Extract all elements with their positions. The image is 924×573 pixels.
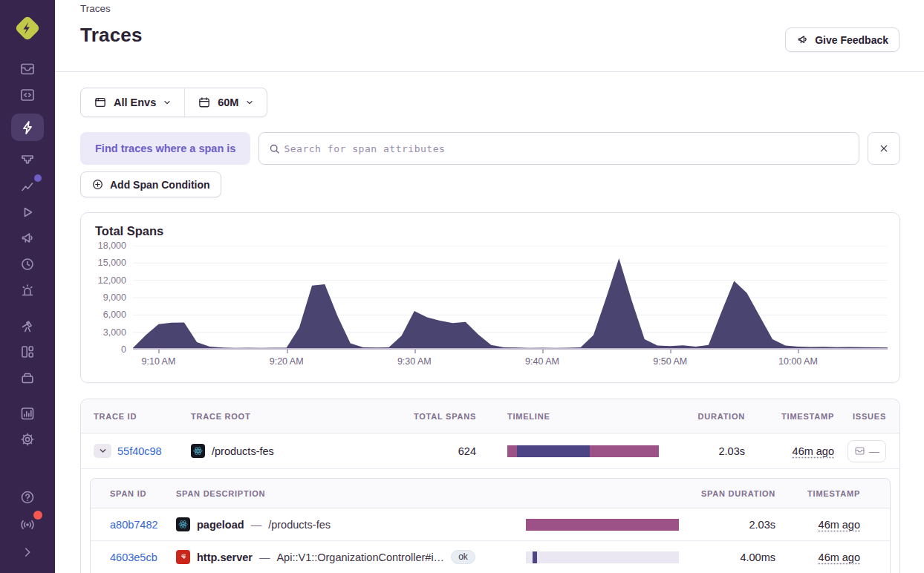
chart-x-tick-label: 9:10 AM <box>142 356 176 367</box>
sidebar-item-releases[interactable] <box>14 365 41 390</box>
page-title: Traces <box>80 24 900 47</box>
issues-icon <box>19 61 36 77</box>
column-header-span-duration: SPAN DURATION <box>691 489 780 498</box>
trace-expanded-region: SPAN ID SPAN DESCRIPTION SPAN DURATION T… <box>81 469 899 573</box>
ruby-platform-icon <box>176 550 190 564</box>
react-platform-icon <box>191 444 205 458</box>
react-platform-icon <box>176 517 190 531</box>
trace-id-link[interactable]: 55f40c98 <box>117 445 162 457</box>
play-icon <box>19 204 36 220</box>
sidebar-item-insights[interactable] <box>14 174 41 198</box>
timeline-segment <box>517 445 590 457</box>
span-duration-bar <box>526 519 679 531</box>
chevron-down-icon <box>163 98 172 107</box>
sidebar-item-stats[interactable] <box>14 401 41 425</box>
span-id-link[interactable]: a80b7482 <box>110 519 158 531</box>
column-header-duration: DURATION <box>680 412 748 421</box>
area-series <box>133 246 888 350</box>
chart-x-tick <box>798 350 799 353</box>
sidebar-item-help[interactable] <box>14 485 41 509</box>
chevron-down-icon <box>98 446 108 456</box>
column-header-issues: ISSUES <box>836 412 899 421</box>
spans-table-header: SPAN ID SPAN DESCRIPTION SPAN DURATION T… <box>91 479 890 508</box>
sidebar-item-replays[interactable] <box>14 200 41 224</box>
trace-root-cell: /products-fes <box>191 444 390 458</box>
sidebar-item-whats-new[interactable] <box>14 512 41 537</box>
help-icon <box>19 489 36 505</box>
chart-y-tick-label: 6,000 <box>103 310 126 320</box>
total-spans-chart: Total Spans 03,0006,0009,00012,00015,000… <box>80 212 900 383</box>
content: All Envs 60M Find traces whe <box>55 72 924 573</box>
sidebar-item-alerts[interactable] <box>14 278 41 302</box>
sidebar-item-dashboards[interactable] <box>14 339 41 364</box>
chart-x-tick <box>542 350 544 353</box>
breadcrumb[interactable]: Traces <box>80 3 900 14</box>
trace-duration: 2.03s <box>680 445 748 457</box>
sidebar-item-settings[interactable] <box>14 427 41 451</box>
chart-y-axis: 03,0006,0009,00012,00015,00018,000 <box>93 246 133 350</box>
gear-icon <box>19 431 36 448</box>
span-timestamp-link[interactable]: 46m ago <box>819 519 860 531</box>
page-filter-bar: All Envs 60M <box>80 88 267 117</box>
traces-table: TRACE ID TRACE ROOT TOTAL SPANS TIMELINE… <box>80 399 900 573</box>
chart-y-tick-label: 3,000 <box>103 327 126 338</box>
collapse-trace-button[interactable] <box>94 444 111 458</box>
sidebar-item-crons[interactable] <box>14 252 41 276</box>
time-range-value: 60M <box>218 96 238 108</box>
chart-x-tick <box>670 350 671 353</box>
span-search-box[interactable] <box>258 132 859 165</box>
span-id-link[interactable]: 4603e5cb <box>110 551 157 563</box>
sidebar-item-projects[interactable] <box>14 82 41 107</box>
search-builder-label: Find traces where a span is <box>80 132 250 165</box>
trace-root-label: /products-fes <box>212 445 274 457</box>
column-header-total-spans: TOTAL SPANS <box>390 412 479 421</box>
siren-icon <box>19 282 36 298</box>
clear-search-button[interactable] <box>868 132 900 165</box>
profiling-icon <box>19 152 36 168</box>
sidebar-collapse-button[interactable] <box>14 540 41 564</box>
chart-y-tick-label: 15,000 <box>98 258 126 268</box>
span-op: pageload <box>197 519 244 531</box>
app-root: Traces Traces Give Feedback All Envs <box>0 0 924 573</box>
notification-dot <box>34 174 42 182</box>
main-content: Traces Traces Give Feedback All Envs <box>55 0 924 573</box>
traces-table-header: TRACE ID TRACE ROOT TOTAL SPANS TIMELINE… <box>81 399 899 433</box>
trace-row[interactable]: 55f40c98 /products-fes <box>81 433 899 469</box>
clock-icon <box>19 256 36 272</box>
environment-selector[interactable]: All Envs <box>81 88 184 117</box>
trace-timestamp-link[interactable]: 46m ago <box>793 445 834 457</box>
chart-x-tick <box>158 350 160 353</box>
org-logo[interactable] <box>12 13 43 44</box>
column-header-timeline: TIMELINE <box>479 412 680 421</box>
sidebar-item-feedback[interactable] <box>14 226 41 250</box>
span-row[interactable]: a80b7482 page <box>91 508 890 541</box>
timeline-segment <box>507 445 517 457</box>
give-feedback-button[interactable]: Give Feedback <box>785 27 899 52</box>
chart-y-tick-label: 9,000 <box>103 292 126 303</box>
chevron-right-icon <box>20 545 35 560</box>
calendar-icon <box>198 96 211 109</box>
sidebar-item-issues[interactable] <box>14 56 41 81</box>
sidebar-item-profiling[interactable] <box>14 148 41 172</box>
sidebar-item-explore[interactable] <box>11 114 44 141</box>
environment-value: All Envs <box>114 96 156 108</box>
add-span-condition-label: Add Span Condition <box>110 179 210 191</box>
spans-table: SPAN ID SPAN DESCRIPTION SPAN DURATION T… <box>90 478 891 573</box>
chevron-down-icon <box>245 98 254 107</box>
total-spans-value: 624 <box>390 445 479 457</box>
sidebar-item-discover[interactable] <box>14 313 41 338</box>
give-feedback-label: Give Feedback <box>815 34 888 46</box>
time-range-selector[interactable]: 60M <box>184 88 267 117</box>
span-timestamp-link[interactable]: 46m ago <box>819 551 860 563</box>
sidebar <box>0 0 55 573</box>
trace-issues-button[interactable]: — <box>847 440 886 462</box>
chart-x-tick-label: 9:40 AM <box>525 356 559 367</box>
column-header-trace-id: TRACE ID <box>81 412 191 421</box>
broadcast-icon <box>19 517 36 533</box>
close-icon <box>878 143 890 154</box>
span-search-input[interactable] <box>284 143 850 154</box>
add-span-condition-button[interactable]: Add Span Condition <box>80 171 221 197</box>
span-row[interactable]: 4603e5cb http.server — Api::V1::Organiza… <box>91 541 890 573</box>
span-op: http.server <box>197 551 253 563</box>
span-status-badge: ok <box>451 550 475 564</box>
